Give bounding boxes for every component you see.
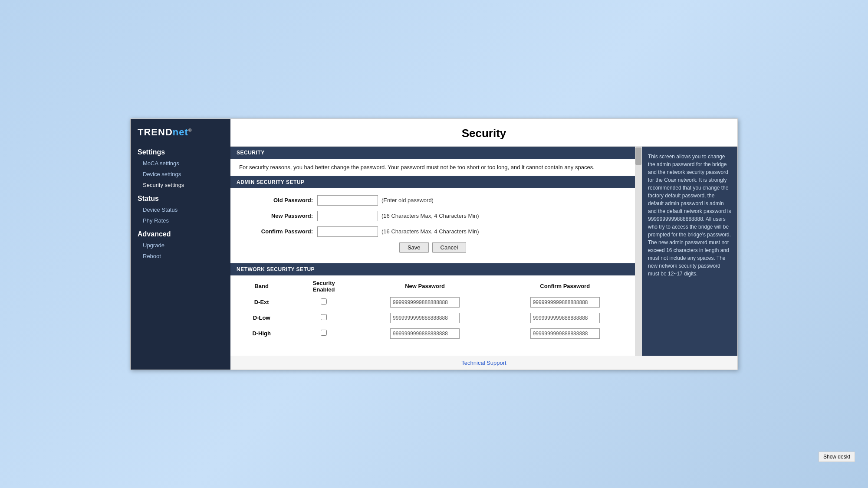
- confirm-password-input[interactable]: [317, 226, 378, 237]
- logo: TRENDnet®: [138, 127, 224, 138]
- security-checkbox-d-low[interactable]: [321, 314, 327, 320]
- scrollbar-thumb[interactable]: [635, 147, 641, 165]
- network-section: NETWORK SECURITY SETUP Band SecurityEnab…: [230, 263, 635, 341]
- table-row: D-Low: [230, 310, 635, 326]
- new-pw-d-ext[interactable]: [390, 297, 460, 308]
- footer: Technical Support: [230, 356, 737, 370]
- table-header-row: Band SecurityEnabled New Password Confir…: [230, 275, 635, 295]
- table-row: D-Ext: [230, 295, 635, 310]
- old-password-label: Old Password:: [243, 197, 313, 203]
- content-with-scroll: SECURITY For security reasons, you had b…: [230, 147, 737, 356]
- scrollbar-track[interactable]: [635, 147, 642, 356]
- sidebar-item-reboot[interactable]: Reboot: [131, 251, 230, 262]
- band-d-low: D-Low: [230, 310, 293, 326]
- confirm-pw-d-ext-cell: [495, 295, 635, 310]
- new-password-input[interactable]: [317, 211, 378, 221]
- network-table: Band SecurityEnabled New Password Confir…: [230, 275, 635, 341]
- new-pw-d-ext-cell: [355, 295, 495, 310]
- band-d-ext: D-Ext: [230, 295, 293, 310]
- confirm-pw-d-ext[interactable]: [530, 297, 600, 308]
- logo-net: net: [173, 127, 188, 138]
- admin-form: Old Password: (Enter old password) New P…: [230, 188, 635, 263]
- security-enabled-d-low: [293, 310, 355, 326]
- page-title: Security: [230, 119, 737, 147]
- confirm-password-hint: (16 Characters Max, 4 Characters Min): [381, 228, 479, 235]
- confirm-password-label: Confirm Password:: [243, 228, 313, 235]
- col-confirm-password: Confirm Password: [495, 275, 635, 295]
- sidebar-section-advanced: Advanced: [131, 226, 230, 240]
- security-enabled-d-high: [293, 326, 355, 341]
- band-d-high: D-High: [230, 326, 293, 341]
- confirm-pw-d-low-cell: [495, 310, 635, 326]
- sidebar-item-security-settings[interactable]: Security settings: [131, 180, 230, 190]
- logo-area: TRENDnet®: [131, 119, 230, 144]
- security-section-header: SECURITY: [230, 147, 635, 159]
- col-new-password: New Password: [355, 275, 495, 295]
- new-password-label: New Password:: [243, 213, 313, 219]
- col-security: SecurityEnabled: [293, 275, 355, 295]
- sidebar-item-moca-settings[interactable]: MoCA settings: [131, 158, 230, 169]
- admin-section-header: ADMIN SECURITY SETUP: [230, 176, 635, 188]
- sidebar-item-phy-rates[interactable]: Phy Rates: [131, 215, 230, 226]
- confirm-pw-d-high[interactable]: [530, 328, 600, 339]
- old-password-input[interactable]: [317, 195, 378, 206]
- col-band: Band: [230, 275, 293, 295]
- show-desktop-button[interactable]: Show deskt: [819, 452, 855, 462]
- confirm-pw-d-low[interactable]: [530, 313, 600, 323]
- new-password-hint: (16 Characters Max, 4 Characters Min): [381, 213, 479, 219]
- old-password-hint: (Enter old password): [381, 197, 434, 203]
- new-pw-d-low-cell: [355, 310, 495, 326]
- confirm-pw-d-high-cell: [495, 326, 635, 341]
- sidebar: TRENDnet® Settings MoCA settings Device …: [131, 119, 230, 370]
- sidebar-section-status: Status: [131, 190, 230, 204]
- logo-trend: TREND: [138, 127, 173, 138]
- security-enabled-d-ext: [293, 295, 355, 310]
- table-row: D-High: [230, 326, 635, 341]
- save-button[interactable]: Save: [399, 242, 429, 253]
- new-pw-d-high[interactable]: [390, 328, 460, 339]
- new-password-row: New Password: (16 Characters Max, 4 Char…: [243, 211, 622, 221]
- content-inner: SECURITY For security reasons, you had b…: [230, 147, 635, 356]
- sidebar-item-upgrade[interactable]: Upgrade: [131, 240, 230, 251]
- security-checkbox-d-high[interactable]: [321, 330, 327, 336]
- browser-window: TRENDnet® Settings MoCA settings Device …: [130, 118, 738, 370]
- old-password-row: Old Password: (Enter old password): [243, 195, 622, 206]
- network-section-header: NETWORK SECURITY SETUP: [230, 263, 635, 275]
- security-notice: For security reasons, you had better cha…: [230, 159, 635, 176]
- content-area: Security SECURITY For security reasons, …: [230, 119, 737, 370]
- cancel-button[interactable]: Cancel: [432, 242, 466, 253]
- new-pw-d-low[interactable]: [390, 313, 460, 323]
- sidebar-section-settings: Settings: [131, 144, 230, 158]
- sidebar-item-device-settings[interactable]: Device settings: [131, 169, 230, 180]
- sidebar-item-device-status[interactable]: Device Status: [131, 204, 230, 215]
- security-checkbox-d-ext[interactable]: [321, 298, 327, 305]
- confirm-password-row: Confirm Password: (16 Characters Max, 4 …: [243, 226, 622, 237]
- new-pw-d-high-cell: [355, 326, 495, 341]
- main-area: TRENDnet® Settings MoCA settings Device …: [131, 119, 737, 370]
- form-buttons: Save Cancel: [243, 242, 622, 253]
- help-panel: This screen allows you to change the adm…: [642, 147, 737, 356]
- technical-support-link[interactable]: Technical Support: [461, 360, 506, 366]
